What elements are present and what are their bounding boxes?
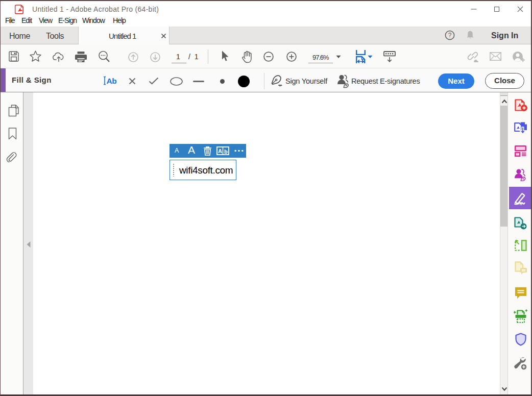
svg-text:b: b	[224, 148, 228, 155]
svg-text:Ab: Ab	[107, 77, 117, 85]
svg-text:?: ?	[448, 32, 452, 39]
svg-text:A: A	[218, 148, 222, 154]
